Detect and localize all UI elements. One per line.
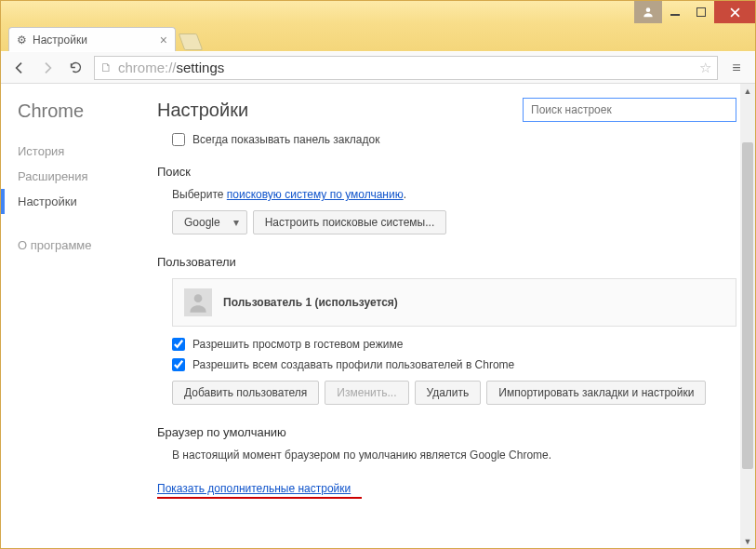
always-show-bookmarks-row[interactable]: Всегда показывать панель закладок: [172, 133, 736, 146]
svg-point-3: [194, 294, 203, 302]
delete-user-button[interactable]: Удалить: [415, 381, 482, 405]
guest-browsing-row[interactable]: Разрешить просмотр в гостевом режиме: [172, 338, 736, 351]
settings-sidebar: Chrome История Расширения Настройки О пр…: [1, 84, 140, 549]
gear-icon: ⚙: [17, 33, 27, 47]
back-button[interactable]: [7, 56, 33, 80]
new-tab-button[interactable]: [179, 33, 204, 50]
add-user-button[interactable]: Добавить пользователя: [172, 381, 319, 405]
svg-rect-2: [696, 7, 706, 17]
bookmark-star-icon[interactable]: ☆: [699, 60, 711, 76]
forward-button[interactable]: [34, 56, 60, 80]
url-scheme: chrome://: [118, 60, 177, 75]
address-bar[interactable]: 🗋 chrome://settings ☆: [94, 56, 718, 80]
allow-create-profiles-label: Разрешить всем создавать профили пользов…: [192, 358, 514, 371]
tab-close-icon[interactable]: ×: [160, 33, 167, 47]
guest-browsing-checkbox[interactable]: [172, 338, 185, 351]
avatar-icon: [184, 288, 212, 316]
search-prompt-prefix: Выберите: [172, 188, 227, 201]
sidebar-item-settings[interactable]: Настройки: [1, 189, 140, 214]
page-title: Настройки: [157, 100, 248, 121]
scroll-track[interactable]: [740, 99, 755, 534]
section-users: Пользователи Пользователь 1 (используетс…: [157, 255, 736, 405]
vertical-scrollbar[interactable]: ▲ ▼: [740, 84, 755, 549]
window-close-button[interactable]: [714, 1, 755, 23]
hamburger-menu-button[interactable]: ≡: [723, 56, 749, 80]
search-engine-select[interactable]: Google: [172, 210, 247, 234]
current-user-box[interactable]: Пользователь 1 (используется): [172, 278, 736, 327]
settings-main: Настройки Всегда показывать панель закла…: [140, 84, 755, 549]
sidebar-item-extensions[interactable]: Расширения: [18, 164, 140, 189]
settings-header: Настройки: [157, 98, 736, 122]
section-users-title: Пользователи: [157, 255, 736, 269]
import-bookmarks-button[interactable]: Импортировать закладки и настройки: [486, 381, 706, 405]
window-maximize-button[interactable]: [688, 1, 714, 23]
tab-title: Настройки: [33, 33, 87, 47]
reload-button[interactable]: [62, 56, 88, 80]
scroll-up-arrow[interactable]: ▲: [740, 84, 755, 99]
section-search-title: Поиск: [157, 165, 736, 179]
section-default-browser-title: Браузер по умолчанию: [157, 425, 736, 439]
user-menu-button[interactable]: [634, 1, 662, 23]
allow-create-profiles-checkbox[interactable]: [172, 358, 185, 371]
toolbar: 🗋 chrome://settings ☆ ≡: [1, 52, 755, 84]
current-user-name: Пользователь 1 (используется): [223, 296, 398, 309]
search-prompt-suffix: .: [404, 188, 406, 201]
sidebar-item-history[interactable]: История: [18, 139, 140, 164]
svg-point-0: [646, 7, 651, 12]
content-area: Chrome История Расширения Настройки О пр…: [1, 84, 755, 549]
tab-settings[interactable]: ⚙ Настройки ×: [8, 27, 176, 51]
allow-create-profiles-row[interactable]: Разрешить всем создавать профили пользов…: [172, 358, 736, 371]
scroll-thumb[interactable]: [742, 142, 753, 469]
always-show-bookmarks-checkbox[interactable]: [172, 133, 185, 146]
window-minimize-button[interactable]: [662, 1, 688, 23]
page-icon: 🗋: [100, 60, 113, 74]
tab-strip: ⚙ Настройки ×: [1, 23, 755, 51]
window-titlebar: [1, 1, 755, 24]
url-path: settings: [177, 60, 225, 75]
manage-search-engines-button[interactable]: Настроить поисковые системы...: [253, 210, 447, 234]
svg-rect-1: [670, 14, 680, 16]
default-search-engine-link[interactable]: поисковую систему по умолчанию: [227, 188, 404, 201]
advanced-settings-row: Показать дополнительные настройки: [157, 482, 736, 499]
guest-browsing-label: Разрешить просмотр в гостевом режиме: [192, 338, 403, 351]
scroll-down-arrow[interactable]: ▼: [740, 534, 755, 549]
highlight-underline: [157, 497, 362, 499]
show-advanced-settings-link[interactable]: Показать дополнительные настройки: [157, 482, 351, 495]
edit-user-button[interactable]: Изменить...: [325, 381, 408, 405]
sidebar-item-about[interactable]: О программе: [18, 233, 140, 258]
search-settings-input[interactable]: [523, 98, 736, 122]
always-show-bookmarks-label: Всегда показывать панель закладок: [192, 133, 379, 146]
chrome-logo-text: Chrome: [18, 100, 140, 122]
default-browser-status: В настоящий момент браузером по умолчани…: [172, 449, 551, 462]
section-default-browser: Браузер по умолчанию В настоящий момент …: [157, 425, 736, 462]
section-search: Поиск Выберите поисковую систему по умол…: [157, 165, 736, 234]
